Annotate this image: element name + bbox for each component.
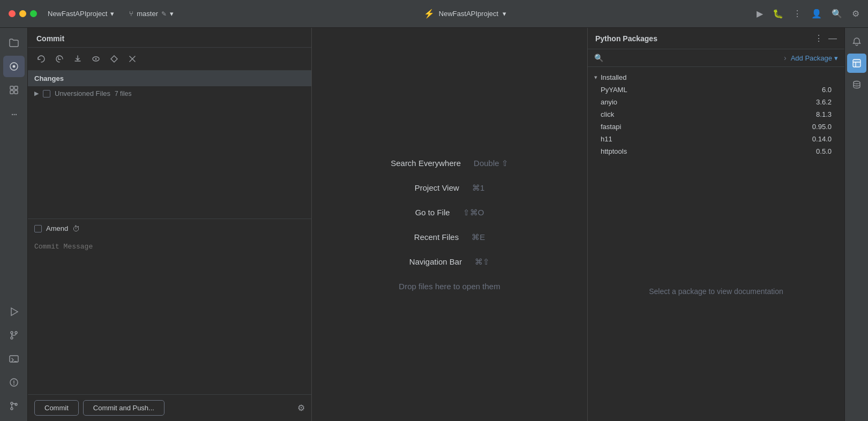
svg-marker-6 [11, 308, 18, 315]
settings-icon[interactable]: ⚙ [852, 9, 859, 19]
notifications-button[interactable] [847, 32, 866, 51]
close-commit-panel-button[interactable] [125, 52, 139, 66]
sidebar-item-structure[interactable] [3, 79, 25, 101]
commit-title: Commit [36, 34, 64, 43]
changes-section: Changes ▶ Unversioned Files 7 files [28, 71, 311, 219]
recent-files-label: Recent Files [414, 232, 459, 242]
sidebar-item-problems[interactable] [3, 372, 25, 393]
svg-point-1 [12, 65, 15, 68]
close-button[interactable] [9, 10, 16, 17]
pkg-doc-text: Select a package to view documentation [649, 287, 783, 296]
installed-label: Installed [601, 73, 626, 81]
pkg-installed-section[interactable]: ▾ Installed [588, 71, 844, 84]
pkg-name-click: click [601, 110, 816, 118]
pkg-name-anyio: anyio [601, 98, 816, 106]
sidebar-item-more[interactable]: ··· [3, 103, 25, 124]
branch-name: master [137, 10, 158, 18]
more-actions-button[interactable]: ⋮ [793, 9, 802, 19]
pkg-row-pyyaml[interactable]: PyYAML 6.0 [588, 84, 844, 96]
branch-selector[interactable]: ⑂ master ✎ ▾ [129, 10, 174, 18]
sidebar-item-run[interactable] [3, 301, 25, 322]
pkg-minimize-icon[interactable]: — [828, 34, 837, 43]
pkg-search-icon: 🔍 [594, 54, 603, 62]
unversioned-files-row[interactable]: ▶ Unversioned Files 7 files [28, 86, 311, 101]
minimize-button[interactable] [19, 10, 26, 17]
svg-point-9 [11, 337, 13, 339]
project-selector[interactable]: NewFastAPIproject ▾ [48, 10, 114, 18]
sidebar-item-folder[interactable] [3, 32, 25, 54]
amend-history-icon[interactable]: ⏱ [72, 224, 80, 233]
run-button[interactable]: ▶ [757, 9, 763, 19]
shortcut-project-view: Project View ⌘1 [415, 183, 484, 193]
commit-button[interactable]: Commit [34, 400, 79, 416]
pkg-search-arrow-icon: › [784, 54, 787, 62]
drop-files-area[interactable]: Drop files here to open them [399, 282, 500, 291]
pkg-version-httptools: 0.5.0 [816, 147, 832, 155]
recent-files-key: ⌘E [472, 232, 485, 242]
python-packages-button[interactable] [847, 54, 866, 73]
search-everywhere-icon[interactable]: 🔍 [832, 9, 842, 19]
svg-rect-10 [10, 356, 18, 362]
sidebar-item-git[interactable] [3, 325, 25, 346]
refresh-button[interactable] [34, 52, 48, 66]
far-right-rail [844, 28, 868, 421]
amend-checkbox[interactable] [34, 225, 42, 232]
add-package-button[interactable]: Add Package ▾ [791, 54, 838, 62]
pkg-row-fastapi[interactable]: fastapi 0.95.0 [588, 121, 844, 133]
svg-point-19 [854, 81, 860, 84]
pkg-search-input[interactable] [608, 54, 780, 62]
installed-chevron-icon: ▾ [594, 74, 597, 81]
pkg-row-h11[interactable]: h11 0.14.0 [588, 133, 844, 145]
shortcut-search-everywhere: Search Everywhere Double ⇧ [391, 159, 508, 168]
shelve-button[interactable] [71, 52, 85, 66]
sidebar-item-terminal[interactable] [3, 348, 25, 370]
commit-and-push-button[interactable]: Commit and Push... [83, 400, 164, 416]
debug-button[interactable]: 🐛 [773, 9, 783, 19]
branch-edit-icon: ✎ [161, 10, 167, 18]
navigation-bar-key: ⌘⇧ [475, 257, 490, 267]
maximize-button[interactable] [30, 10, 37, 17]
shortcut-recent-files: Recent Files ⌘E [414, 232, 485, 242]
commit-panel: Commit [28, 28, 312, 421]
database-button[interactable] [847, 75, 866, 94]
pkg-name-pyyaml: PyYAML [601, 86, 822, 94]
expand-chevron-icon: ▶ [34, 90, 39, 97]
svg-rect-2 [10, 86, 13, 89]
commit-message-area[interactable] [28, 238, 311, 395]
svg-rect-3 [14, 86, 18, 89]
shortcut-navigation-bar: Navigation Bar ⌘⇧ [409, 257, 490, 267]
go-to-file-key: ⇧⌘O [463, 208, 484, 217]
project-view-key: ⌘1 [472, 183, 484, 193]
pkg-row-click[interactable]: click 8.1.3 [588, 108, 844, 121]
svg-marker-17 [111, 56, 117, 62]
pkg-more-icon[interactable]: ⋮ [814, 33, 823, 43]
navigation-bar-label: Navigation Bar [409, 257, 462, 266]
account-icon[interactable]: 👤 [811, 9, 822, 19]
branch-vcs-icon: ⑂ [129, 10, 133, 18]
pkg-version-fastapi: 0.95.0 [812, 123, 832, 131]
pkg-doc-placeholder: Select a package to view documentation [588, 162, 844, 421]
search-everywhere-key: Double ⇧ [474, 159, 508, 168]
pkg-row-anyio[interactable]: anyio 3.6.2 [588, 96, 844, 108]
commit-settings-icon[interactable]: ⚙ [297, 403, 305, 413]
pkg-name-h11: h11 [601, 135, 812, 143]
pkg-row-httptools[interactable]: httptools 0.5.0 [588, 145, 844, 157]
pkg-search-bar: 🔍 › Add Package ▾ [588, 49, 844, 67]
commit-toolbar [28, 48, 311, 71]
commit-message-input[interactable] [34, 243, 305, 307]
titlebar: NewFastAPIproject ▾ ⑂ master ✎ ▾ ⚡ NewFa… [0, 0, 868, 28]
diamond-button[interactable] [107, 52, 121, 66]
add-package-label: Add Package [791, 54, 832, 62]
traffic-lights [9, 10, 37, 17]
unversioned-files-checkbox[interactable] [43, 90, 50, 97]
titlebar-actions: ▶ 🐛 ⋮ 👤 🔍 ⚙ [757, 9, 859, 19]
diff-view-button[interactable] [89, 52, 103, 66]
svg-point-8 [15, 332, 17, 334]
undo-button[interactable] [53, 52, 66, 66]
svg-rect-4 [10, 91, 13, 94]
amend-label: Amend [46, 224, 68, 232]
project-dropdown-icon: ▾ [110, 10, 114, 18]
sidebar-item-vcs[interactable] [3, 56, 25, 77]
sidebar-item-branch[interactable] [3, 395, 25, 417]
drop-files-label: Drop files here to open them [399, 282, 500, 291]
